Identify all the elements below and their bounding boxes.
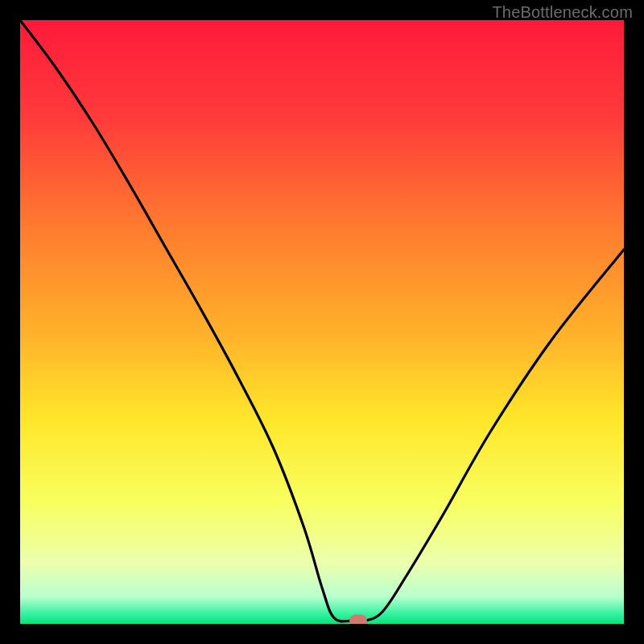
- gradient-background-svg: [20, 20, 624, 624]
- attribution-label: TheBottleneck.com: [492, 3, 633, 22]
- chart-frame: TheBottleneck.com: [0, 0, 644, 644]
- gradient-rect: [20, 20, 624, 624]
- optimal-marker-icon: [349, 615, 367, 624]
- plot-area: [20, 20, 624, 624]
